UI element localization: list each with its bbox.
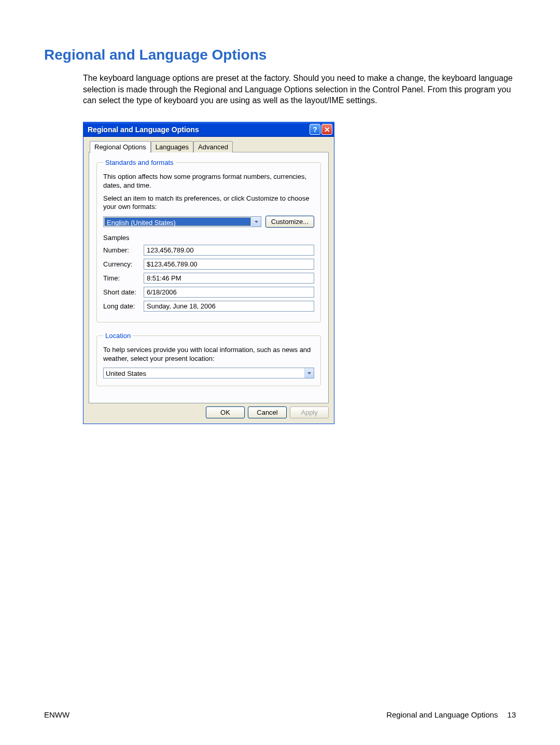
help-icon: ? — [313, 125, 317, 134]
help-button[interactable]: ? — [310, 124, 320, 135]
intro-paragraph: The keyboard language options are preset… — [83, 73, 516, 106]
footer-left: ENWW — [44, 710, 69, 719]
chevron-down-icon — [251, 217, 261, 227]
ok-button[interactable]: OK — [206, 406, 245, 418]
number-field: 123,456,789.00 — [144, 245, 314, 256]
page-heading: Regional and Language Options — [44, 47, 516, 63]
standards-desc2: Select an item to match its preferences,… — [103, 194, 314, 212]
titlebar-text: Regional and Language Options — [88, 125, 309, 134]
longdate-field: Sunday, June 18, 2006 — [144, 301, 314, 312]
location-desc: To help services provide you with local … — [103, 346, 314, 363]
tab-languages[interactable]: Languages — [151, 141, 193, 152]
time-label: Time: — [103, 274, 144, 282]
tab-content: Standards and formats This option affect… — [89, 152, 329, 403]
location-fieldset: Location To help services provide you wi… — [96, 332, 321, 386]
tab-strip: Regional Options Languages Advanced — [89, 141, 329, 152]
footer-section-title: Regional and Language Options — [386, 710, 498, 719]
apply-button[interactable]: Apply — [290, 406, 329, 418]
shortdate-label: Short date: — [103, 288, 144, 296]
number-label: Number: — [103, 246, 144, 254]
page-footer: ENWW Regional and Language Options 13 — [44, 710, 516, 719]
format-combo-value: English (United States) — [104, 217, 251, 226]
chevron-down-icon — [304, 368, 314, 378]
regional-options-dialog: Regional and Language Options ? ✕ Region… — [83, 122, 334, 424]
location-combo-value: United States — [104, 368, 304, 378]
close-icon: ✕ — [324, 125, 330, 134]
svg-marker-1 — [307, 372, 311, 374]
titlebar: Regional and Language Options ? ✕ — [83, 122, 334, 137]
format-combo[interactable]: English (United States) — [103, 216, 261, 227]
currency-field: $123,456,789.00 — [144, 259, 314, 270]
samples-label: Samples — [103, 234, 314, 242]
standards-desc1: This option affects how some programs fo… — [103, 173, 314, 190]
customize-button[interactable]: Customize... — [265, 216, 314, 228]
dialog-button-row: OK Cancel Apply — [89, 403, 329, 418]
cancel-button[interactable]: Cancel — [248, 406, 287, 418]
dialog-body: Regional Options Languages Advanced Stan… — [83, 137, 334, 424]
svg-marker-0 — [255, 221, 258, 223]
tab-regional-options[interactable]: Regional Options — [90, 141, 151, 153]
location-combo[interactable]: United States — [103, 368, 314, 378]
close-button[interactable]: ✕ — [321, 124, 332, 135]
shortdate-field: 6/18/2006 — [144, 287, 314, 298]
time-field: 8:51:46 PM — [144, 273, 314, 284]
currency-label: Currency: — [103, 260, 144, 268]
longdate-label: Long date: — [103, 302, 144, 310]
location-legend: Location — [103, 332, 133, 340]
footer-page-number: 13 — [507, 710, 516, 719]
standards-legend: Standards and formats — [103, 159, 176, 166]
tab-advanced[interactable]: Advanced — [193, 141, 233, 152]
standards-fieldset: Standards and formats This option affect… — [96, 159, 321, 323]
